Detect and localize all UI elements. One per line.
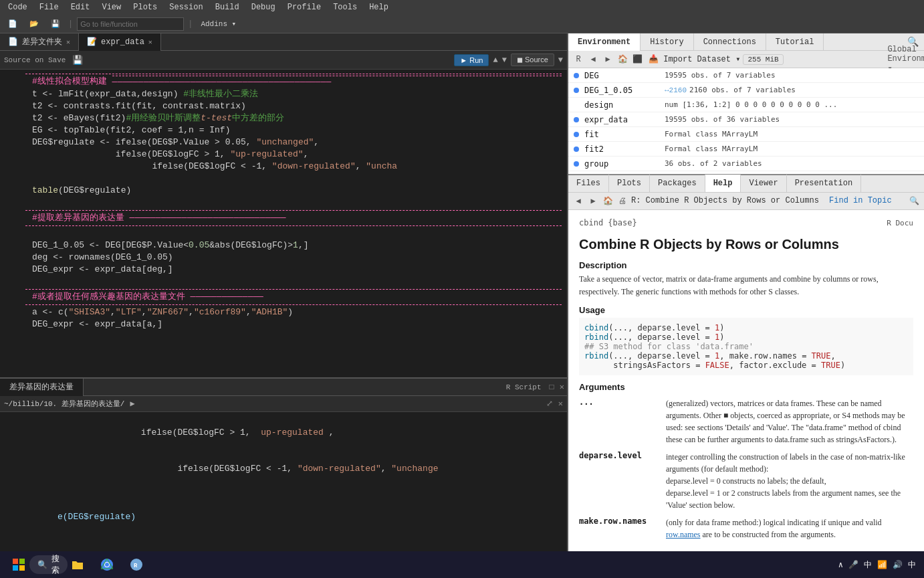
import-dataset-btn[interactable]: 📥 Import Dataset ▾ [649,54,740,64]
source-button[interactable]: ◼ Source [511,54,554,66]
env-val-fit: Formal class MArrayLM [665,130,758,138]
menu-profile[interactable]: Profile [282,0,326,15]
help-panel: Files Plots Packages Help Viewer Present… [568,175,924,551]
console-output[interactable]: ifelse(DEG$logFC > 1, up-regulated , ife… [0,412,567,551]
env-row-fit[interactable]: fit Formal class MArrayLM [568,127,924,142]
source-arrow[interactable]: ▼ [558,56,563,65]
menu-edit[interactable]: Edit [66,0,96,15]
env-name-deg: DEG [584,71,665,80]
env-tab-environment[interactable]: Environment [568,33,641,51]
help-section-description-title: Description [579,260,913,270]
run-arrow-up[interactable]: ▲ [493,56,497,65]
help-tab-plots[interactable]: Plots [609,175,650,192]
help-back-btn[interactable]: ◀ [572,195,584,207]
console-tab-diff[interactable]: 差异基因的表达量 [0,379,84,396]
help-tab-viewer[interactable]: Viewer [741,175,786,192]
env-global-env[interactable]: Global Environment ▾ [908,54,920,66]
tab-icon2: 📝 [87,37,97,47]
expand-console-btn[interactable]: ⤢ [546,399,553,409]
env-row-fit2[interactable]: fit2 Formal class MArrayLM [568,142,924,157]
env-val-fit2: Formal class MArrayLM [665,144,758,153]
help-tab-help[interactable]: Help [705,175,741,192]
editor-tab-expr[interactable]: 📝 expr_data ✕ [79,33,161,51]
help-forward-btn[interactable]: ▶ [587,195,599,207]
help-package-label: cbind {base} [579,218,637,227]
help-package-right: R Docu [887,219,913,227]
chrome-button[interactable] [96,554,118,575]
main-toolbar: 📄 📂 💾 | | Addins ▾ [0,15,924,33]
env-tab-tutorial[interactable]: Tutorial [766,33,824,51]
ime-icon[interactable]: 中 [864,559,872,571]
menu-session[interactable]: Session [164,0,208,15]
files-button[interactable] [67,554,88,575]
env-terminal-icon[interactable]: ⬛ [631,54,643,66]
close-console[interactable]: ✕ [557,382,567,392]
wifi-icon[interactable]: 📶 [877,560,887,570]
terminal-icon: ▶ [130,399,134,409]
run-button[interactable]: ► Run [454,54,489,66]
help-tab-files[interactable]: Files [568,175,609,192]
code-line: t2 <- contrasts.fit(fit, contrast.matrix… [0,100,567,112]
rstudio-taskbar-button[interactable]: R [126,554,147,575]
env-tab-history[interactable]: History [641,33,693,51]
menu-code[interactable]: Code [3,0,33,15]
env-tab-connections[interactable]: Connections [694,33,766,51]
help-print-icon[interactable]: 🖨 [616,195,628,207]
menu-plots[interactable]: Plots [128,0,162,15]
tab-label-files: 差异文件夹 [22,36,62,47]
menu-help[interactable]: Help [364,0,394,15]
volume-icon[interactable]: 🔊 [893,560,903,570]
save-btn[interactable]: 💾 [47,18,64,29]
env-btn2[interactable]: ▶ [602,54,614,66]
code-line: #提取差异基因的表达量 ————————————————————————————… [0,212,567,224]
env-val-deg105: 2160 obs. of 7 variables [689,86,796,94]
menu-file[interactable]: File [34,0,64,15]
system-tray-chevron[interactable]: ∧ [838,560,843,570]
left-panel: 📄 差异文件夹 ✕ 📝 expr_data ✕ Source on Save 💾… [0,33,567,551]
tab-close-expr[interactable]: ✕ [148,38,152,46]
rownames-link[interactable]: row.names [666,530,701,539]
help-search-icon[interactable]: 🔍 [908,195,920,207]
help-title: Combine R Objects by Rows or Columns [579,237,913,252]
help-section-usage-title: Usage [579,305,913,315]
run-arrow-down[interactable]: ▼ [502,56,507,65]
env-row-design[interactable]: design num [1:36, 1:2] 0 0 0 0 0 0 0 0 0… [568,98,924,112]
env-row-deg[interactable]: DEG 19595 obs. of 7 variables [568,68,924,83]
help-tab-presentation[interactable]: Presentation [787,175,861,192]
menu-tools[interactable]: Tools [328,0,362,15]
main-layout: 📄 差异文件夹 ✕ 📝 expr_data ✕ Source on Save 💾… [0,33,924,551]
help-section-arguments-title: Arguments [579,382,913,392]
env-btn1[interactable]: ◀ [587,54,599,66]
menu-view[interactable]: View [96,0,126,15]
start-button[interactable] [8,554,29,575]
open-btn[interactable]: 📂 [25,18,43,29]
env-row-exprdata[interactable]: expr_data 19595 obs. of 36 variables [568,112,924,127]
new-file-btn[interactable]: 📄 [4,18,21,29]
find-in-topic-link[interactable]: Find in Topic [829,196,892,205]
env-home-icon[interactable]: 🏠 [616,54,628,66]
console-panel: 差异基因的表达量 R Script □ ✕ ~/billib/10. 差异基因的… [0,377,567,551]
env-dot [574,88,579,93]
menu-debug[interactable]: Debug [246,0,281,15]
addins-btn[interactable]: Addins ▾ [197,18,240,29]
env-name-design: design [584,100,665,110]
environment-table: DEG 19595 obs. of 7 variables DEG_1_0.05… [568,68,924,174]
help-tab-packages[interactable]: Packages [650,175,705,192]
help-home-icon[interactable]: 🏠 [602,195,614,207]
env-row-deg105[interactable]: DEG_1_0.05 ↔2160 2160 obs. of 7 variable… [568,83,924,98]
maximize-console[interactable]: □ [547,383,557,392]
env-name-exprdata: expr_data [584,115,665,124]
tab-close-files[interactable]: ✕ [66,38,70,46]
env-arrow: ↔2160 [665,86,687,94]
env-row-group[interactable]: group 36 obs. of 2 variables [568,157,924,171]
taskbar-right: ∧ 🎤 中 📶 🔊 中 [838,559,916,571]
help-arg-name-dots: ... [579,395,666,448]
code-line: DEG_expr <- expr_data[a,] [0,318,567,330]
microphone-icon[interactable]: 🎤 [848,560,858,570]
search-button[interactable]: 🔍 搜索 [37,554,59,575]
code-editor[interactable]: #线性拟合模型构建 ——————————————————————————————… [0,70,567,377]
go-to-file-input[interactable] [77,17,184,31]
close-console-btn[interactable]: ✕ [558,399,563,409]
menu-build[interactable]: Build [210,0,245,15]
editor-tab-files[interactable]: 📄 差异文件夹 ✕ [0,33,79,51]
